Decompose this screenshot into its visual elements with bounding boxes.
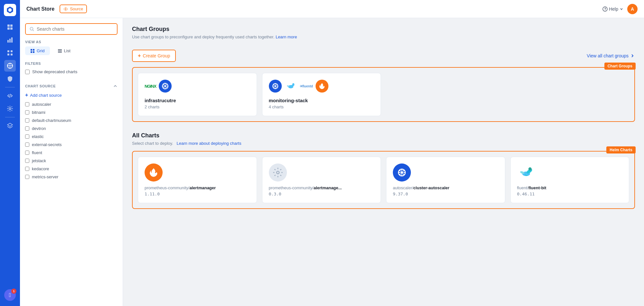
view-all-groups-link[interactable]: View all chart groups bbox=[587, 53, 635, 58]
svg-rect-2 bbox=[7, 27, 10, 30]
source-label: kedacore bbox=[32, 166, 49, 171]
card-icon-helm bbox=[393, 163, 411, 182]
list-view-button[interactable]: List bbox=[52, 46, 76, 55]
help-chevron-icon bbox=[620, 7, 623, 11]
chart-source-header: CHART SOURCE bbox=[25, 84, 118, 88]
nav-code-icon[interactable] bbox=[4, 90, 16, 102]
add-chart-source-button[interactable]: + Add chart source bbox=[25, 92, 118, 98]
filters-label: FILTERS bbox=[25, 62, 118, 65]
sidebar: VIEW AS Grid List FILTERS bbox=[20, 18, 123, 306]
nav-layers-icon[interactable] bbox=[4, 120, 16, 132]
svg-line-39 bbox=[166, 87, 167, 88]
svg-rect-6 bbox=[11, 37, 13, 43]
learn-more-link[interactable]: Learn more bbox=[276, 35, 297, 39]
nav-dashboard-icon[interactable] bbox=[4, 21, 16, 33]
chart-groups-title-area: Chart Groups Use chart groups to preconf… bbox=[132, 26, 297, 44]
source-checkbox[interactable] bbox=[25, 151, 29, 155]
help-button[interactable]: ? Help bbox=[602, 6, 623, 12]
card-icons: NGINX bbox=[145, 80, 250, 93]
svg-rect-25 bbox=[31, 49, 32, 51]
chart-groups-actions: + Create Group View all chart groups bbox=[132, 50, 635, 62]
chart-group-card[interactable]: ✈fluentd monitoring-stack 4 charts bbox=[262, 73, 381, 116]
card-icon-flame bbox=[145, 163, 163, 182]
chart-groups-header: Chart Groups Use chart groups to preconf… bbox=[132, 26, 635, 44]
all-charts-title: All Charts bbox=[132, 132, 635, 139]
notification-badge: 1 bbox=[11, 289, 16, 294]
chart-source-name: fluent/fluent-bit bbox=[517, 185, 623, 190]
main-content: Chart Groups Use chart groups to preconf… bbox=[123, 18, 644, 306]
create-group-button[interactable]: + Create Group bbox=[132, 50, 176, 62]
nav-apps-icon[interactable] bbox=[4, 47, 16, 59]
deprecated-checkbox[interactable] bbox=[25, 70, 30, 74]
svg-line-40 bbox=[166, 84, 167, 85]
source-filter-item: jetstack bbox=[25, 158, 118, 163]
fluentd-text: ✈fluentd bbox=[300, 84, 313, 88]
learn-deploying-link[interactable]: Learn more about deploying charts bbox=[177, 141, 242, 146]
app-container: Chart Store Source ? Help A bbox=[20, 0, 644, 306]
chart-groups-section: Chart Groups Use chart groups to preconf… bbox=[132, 26, 635, 122]
chart-source-name: prometheus-community/alertmanage... bbox=[269, 185, 374, 190]
grid-view-button[interactable]: Grid bbox=[25, 46, 50, 55]
svg-rect-0 bbox=[7, 25, 10, 27]
deprecated-label: Show deprecated charts bbox=[32, 69, 77, 74]
plus-icon: + bbox=[138, 53, 141, 59]
source-filter-item: kedacore bbox=[25, 166, 118, 171]
helm-chart-card[interactable]: fluent/fluent-bit 0.46.11 bbox=[510, 157, 630, 203]
chart-version: 0.3.0 bbox=[269, 192, 374, 196]
helm-chart-card[interactable]: autoscaler/cluster-autoscaler 9.37.0 bbox=[386, 157, 505, 203]
discord-icon[interactable]:  1 bbox=[4, 289, 16, 301]
source-tab-label: Source bbox=[70, 6, 83, 11]
svg-line-17 bbox=[10, 94, 10, 98]
source-filter-item: devtron bbox=[25, 126, 118, 131]
svg-line-41 bbox=[163, 87, 164, 88]
svg-point-12 bbox=[9, 65, 11, 66]
chart-group-card[interactable]: NGINX bbox=[138, 73, 257, 116]
source-label: fluent bbox=[32, 150, 42, 155]
chart-version: 1.11.0 bbox=[145, 192, 250, 196]
search-input[interactable] bbox=[37, 26, 113, 32]
helm-chart-card[interactable]: prometheus-community/alertmanage... 0.3.… bbox=[262, 157, 381, 203]
source-checkbox[interactable] bbox=[25, 167, 29, 171]
discord-badge[interactable]:  1 bbox=[4, 289, 16, 301]
nav-chart-icon[interactable] bbox=[4, 34, 16, 46]
svg-point-57 bbox=[401, 171, 403, 174]
helm-chart-card[interactable]: prometheus-community/alertmanager 1.11.0 bbox=[138, 157, 257, 203]
helm-charts-grid: prometheus-community/alertmanager 1.11.0 bbox=[132, 151, 635, 209]
source-list: autoscalerbitnamidefault-chartmuseumdevt… bbox=[25, 102, 118, 183]
arrow-right-icon bbox=[630, 53, 635, 58]
source-label: elastic bbox=[32, 134, 44, 139]
nav-chartstore-icon[interactable] bbox=[4, 60, 16, 72]
source-tab[interactable]: Source bbox=[60, 5, 87, 13]
svg-line-64 bbox=[403, 174, 404, 175]
top-bar: Chart Store Source ? Help A bbox=[20, 0, 644, 18]
source-checkbox[interactable] bbox=[25, 110, 29, 114]
search-box[interactable] bbox=[25, 23, 118, 35]
svg-rect-26 bbox=[33, 49, 34, 51]
nav-security-icon[interactable] bbox=[4, 73, 16, 84]
svg-marker-19 bbox=[7, 123, 13, 126]
svg-rect-4 bbox=[7, 40, 9, 43]
main-layout: VIEW AS Grid List FILTERS bbox=[20, 18, 644, 306]
source-checkbox[interactable] bbox=[25, 159, 29, 163]
nav-divider-2 bbox=[5, 117, 15, 117]
source-checkbox[interactable] bbox=[25, 175, 29, 179]
source-checkbox[interactable] bbox=[25, 134, 29, 139]
grid-icon bbox=[30, 49, 35, 53]
svg-line-65 bbox=[403, 170, 404, 171]
source-checkbox[interactable] bbox=[25, 102, 29, 106]
source-checkbox[interactable] bbox=[25, 118, 29, 123]
svg-rect-10 bbox=[11, 54, 13, 55]
left-nav:  1 bbox=[0, 0, 20, 306]
nav-settings-icon[interactable] bbox=[4, 103, 16, 114]
chart-groups-grid-wrapper: NGINX bbox=[132, 67, 635, 122]
collapse-icon[interactable] bbox=[113, 84, 118, 88]
svg-rect-5 bbox=[9, 39, 11, 43]
app-logo[interactable] bbox=[4, 4, 16, 16]
helm-wheel-icon bbox=[159, 80, 172, 93]
source-checkbox[interactable] bbox=[25, 126, 29, 131]
chart-version: 9.37.0 bbox=[393, 192, 498, 196]
source-checkbox[interactable] bbox=[25, 143, 29, 147]
svg-point-23 bbox=[30, 27, 33, 30]
user-avatar[interactable]: A bbox=[627, 4, 638, 14]
svg-line-66 bbox=[399, 174, 400, 175]
